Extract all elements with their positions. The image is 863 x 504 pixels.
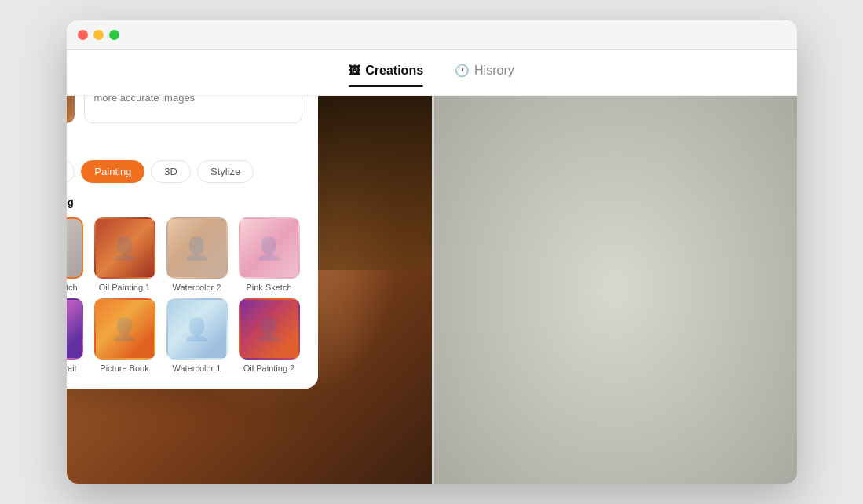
floating-panel: Style Anime Painting 3D Stylize ✦ Painti…: [67, 96, 318, 389]
style-section-label: Style: [67, 139, 302, 152]
history-icon: 🕐: [455, 64, 470, 78]
style-item-mono-sketch[interactable]: 👤 Mono Sketch: [67, 217, 86, 292]
style-name-wc2: Watercolor 2: [173, 283, 221, 292]
app-header: 🖼 Creations 🕐 Hisrory: [67, 50, 797, 96]
style-name-oil1: Oil Painting 1: [99, 283, 150, 292]
browser-body: 🖼 Creations 🕐 Hisrory: [67, 50, 797, 484]
close-dot[interactable]: [78, 30, 88, 40]
style-name-picbook: Picture Book: [100, 363, 148, 373]
style-thumb-oil2: 👤: [239, 298, 300, 360]
style-name-mono-sketch: Mono Sketch: [67, 283, 78, 292]
image-thumbnail: [67, 96, 75, 123]
face-overlay-fluid: 👤: [67, 300, 82, 358]
style-btn-stylize[interactable]: Stylize: [197, 160, 254, 183]
style-item-pink-sketch[interactable]: 👤 Pink Sketch: [236, 217, 302, 292]
style-thumb-fluid: 👤: [67, 298, 83, 360]
description-input[interactable]: [84, 96, 302, 123]
minimize-dot[interactable]: [93, 30, 104, 40]
tab-history[interactable]: 🕐 Hisrory: [455, 64, 514, 82]
style-item-picture-book[interactable]: 👤 Picture Book: [92, 298, 158, 373]
style-thumb-oil1: 👤: [94, 217, 155, 279]
creations-label: Creations: [365, 64, 423, 78]
style-item-watercolor-1[interactable]: 👤 Watercolor 1: [164, 298, 230, 373]
creations-icon: 🖼: [349, 64, 360, 77]
face-overlay-wc2: 👤: [168, 219, 226, 277]
face-overlay: 👤: [67, 219, 82, 277]
face-overlay-wc1: 👤: [168, 300, 226, 358]
style-item-oil-painting-1[interactable]: 👤 Oil Painting 1: [92, 217, 158, 292]
browser-window: 🖼 Creations 🕐 Hisrory: [67, 20, 797, 484]
style-grid: 👤 Mono Sketch 👤 Oil Painting 1: [67, 217, 302, 373]
style-thumb-picbook: 👤: [94, 298, 155, 360]
portrait-sketch-half: [432, 96, 797, 484]
style-item-oil-painting-2[interactable]: 👤 Oil Painting 2: [236, 298, 302, 373]
portrait-split-line: [432, 96, 434, 484]
style-thumb-mono-sketch: 👤: [67, 217, 83, 279]
input-area: [67, 96, 302, 123]
style-name-wc1: Watercolor 1: [173, 363, 221, 373]
face-overlay-pink: 👤: [240, 219, 298, 277]
browser-titlebar: [67, 20, 797, 50]
style-buttons-group: Anime Painting 3D Stylize: [67, 160, 302, 183]
style-item-watercolor-2[interactable]: 👤 Watercolor 2: [164, 217, 230, 292]
face-overlay-oil2: 👤: [240, 300, 298, 358]
style-item-fluid-portrait[interactable]: 👤 Fluid Portrait: [67, 298, 86, 373]
painting-section-label: ✦ Painting: [67, 195, 302, 208]
maximize-dot[interactable]: [109, 30, 119, 40]
style-btn-anime[interactable]: Anime: [67, 160, 75, 183]
content-area: Style Anime Painting 3D Stylize ✦ Painti…: [67, 96, 797, 484]
face-overlay-oil1: 👤: [96, 219, 154, 277]
face-overlay-picbook: 👤: [96, 300, 154, 358]
style-thumb-watercolor2: 👤: [166, 217, 228, 279]
style-thumb-pink-sketch: 👤: [239, 217, 300, 279]
history-label: Hisrory: [474, 64, 514, 78]
style-thumb-watercolor1: 👤: [166, 298, 228, 360]
tab-creations[interactable]: 🖼 Creations: [349, 64, 423, 82]
style-name-oil2: Oil Painting 2: [243, 363, 294, 373]
style-btn-painting[interactable]: Painting: [81, 160, 144, 183]
style-btn-3d[interactable]: 3D: [151, 160, 191, 183]
style-name-fluid: Fluid Portrait: [67, 363, 77, 373]
style-name-pink-sketch: Pink Sketch: [246, 283, 291, 292]
